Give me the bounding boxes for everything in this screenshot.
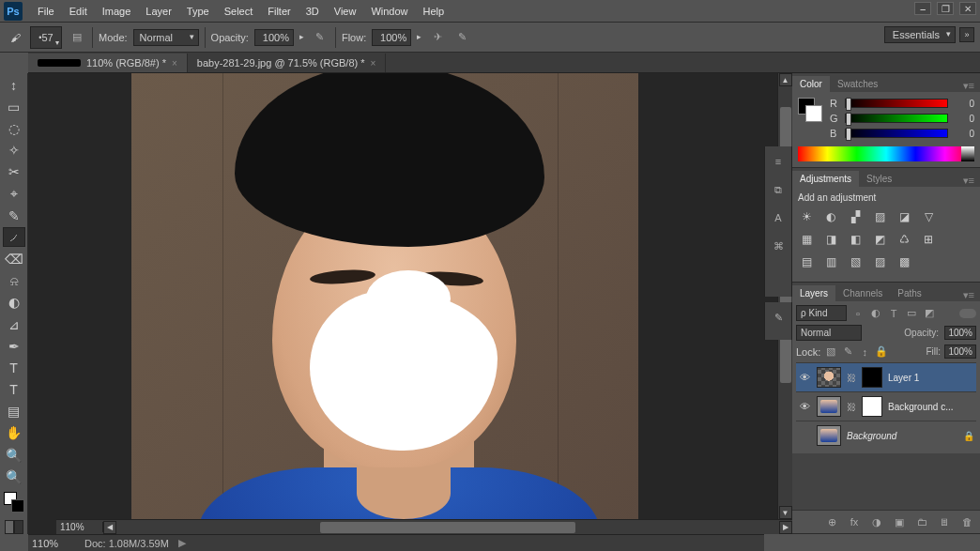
crop-tool[interactable]: ✂ [3, 162, 25, 182]
gradientmap-icon[interactable]: ▧ [847, 253, 864, 270]
new-layer-icon[interactable]: 🗏 [937, 514, 952, 529]
visibility-icon[interactable]: 👁 [798, 401, 811, 412]
canvas-area[interactable]: ▲ ▼ 110% ◀ ▶ [28, 73, 792, 534]
menu-3d[interactable]: 3D [299, 6, 327, 17]
colorbalance-icon[interactable]: ▦ [798, 231, 815, 248]
menu-select[interactable]: Select [217, 6, 261, 17]
tab-layers[interactable]: Layers [792, 285, 835, 301]
lock-all-icon[interactable]: 🔒 [875, 345, 888, 359]
red-slider[interactable] [845, 99, 948, 108]
tab-channels[interactable]: Channels [835, 285, 890, 301]
tab-paths[interactable]: Paths [890, 285, 929, 301]
menu-window[interactable]: Window [363, 6, 415, 17]
blue-slider[interactable] [845, 129, 948, 138]
status-zoom[interactable]: 110% [32, 538, 75, 549]
filter-smart-icon[interactable]: ◩ [922, 306, 937, 321]
lock-transparency-icon[interactable]: ▧ [824, 345, 837, 359]
pressure-size-icon[interactable]: ✎ [452, 28, 471, 47]
tab-adjustments[interactable]: Adjustments [792, 171, 859, 187]
pressure-opacity-icon[interactable]: ✎ [311, 28, 329, 47]
history-brush-tool[interactable]: ⍾ [3, 271, 25, 291]
tab-close-icon[interactable]: × [172, 58, 177, 69]
mask-icon[interactable]: ◑ [869, 514, 884, 529]
filter-shape-icon[interactable]: ▭ [904, 306, 919, 321]
curves-icon[interactable]: ▞ [847, 208, 864, 225]
hand-tool[interactable]: 🔍 [3, 445, 25, 465]
scroll-right-icon[interactable]: ▶ [779, 521, 792, 534]
blend-mode-select[interactable]: Normal [796, 325, 862, 341]
blend-mode-select[interactable]: Normal [133, 29, 199, 46]
shape-tool[interactable]: ✋ [3, 423, 25, 443]
layer-row[interactable]: 👁 ⛓ Background c... [796, 391, 976, 421]
layer-thumbnail[interactable] [817, 396, 841, 417]
colorlookup-icon[interactable]: ♺ [896, 231, 912, 248]
panel-menu-icon[interactable]: ▾≡ [957, 80, 980, 92]
document-tab[interactable]: baby-281-29.jpg @ 71.5% (RGB/8) * × [188, 54, 387, 72]
maximize-button[interactable]: ❐ [937, 2, 954, 15]
tool-preset-icon[interactable]: 🖌 [6, 28, 24, 47]
delete-layer-icon[interactable]: 🗑 [959, 514, 974, 529]
lock-pixels-icon[interactable]: ✎ [841, 345, 854, 359]
layer-thumbnail[interactable] [817, 425, 841, 446]
scroll-up-icon[interactable]: ▲ [779, 73, 792, 86]
invert-icon[interactable]: ⊞ [920, 231, 937, 248]
exposure-icon[interactable]: ▨ [871, 208, 888, 225]
link-icon[interactable]: ⛓ [847, 402, 856, 412]
bw-icon[interactable]: ◨ [822, 231, 839, 248]
green-value[interactable]: 0 [954, 114, 974, 124]
dodge-tool[interactable]: ✒ [3, 336, 25, 356]
selectivecolor-icon[interactable]: ▨ [871, 253, 888, 270]
lock-position-icon[interactable]: ↕ [858, 345, 871, 359]
history-icon[interactable]: ≡ [769, 152, 788, 171]
horizontal-scrollbar[interactable]: 110% ◀ ▶ [56, 519, 792, 534]
photofilter-icon[interactable]: ◧ [847, 231, 864, 248]
group-icon[interactable]: 🗀 [914, 514, 929, 529]
scroll-thumb[interactable] [320, 522, 574, 533]
posterize-icon[interactable]: ▤ [798, 253, 815, 270]
menu-layer[interactable]: Layer [138, 6, 179, 17]
type-tool[interactable]: T [3, 379, 25, 399]
layer-row[interactable]: 👁 ⛓ Layer 1 [796, 362, 976, 391]
tab-swatches[interactable]: Swatches [830, 76, 885, 92]
filter-toggle[interactable] [959, 309, 976, 318]
vibrance-icon[interactable]: ◪ [896, 208, 912, 225]
actions-icon[interactable]: ⧉ [769, 180, 788, 199]
menu-image[interactable]: Image [95, 6, 139, 17]
menu-edit[interactable]: Edit [62, 6, 95, 17]
opacity-field[interactable]: 100% [254, 29, 294, 46]
menu-file[interactable]: File [30, 6, 62, 17]
healing-tool[interactable]: ✎ [3, 206, 25, 225]
layer-name[interactable]: Background c... [888, 402, 974, 412]
layer-mask-thumbnail[interactable] [862, 396, 882, 417]
gradient-tool[interactable]: ⊿ [3, 314, 25, 334]
workspace-select[interactable]: Essentials [884, 26, 956, 43]
layer-thumbnail[interactable] [817, 367, 841, 388]
fx-icon[interactable]: fx [847, 514, 862, 529]
layer-name[interactable]: Background [847, 431, 957, 441]
fill-field[interactable]: 100% [944, 344, 976, 359]
layer-name[interactable]: Layer 1 [888, 373, 974, 383]
marquee-tool[interactable]: ▭ [3, 97, 25, 116]
tab-color[interactable]: Color [792, 76, 830, 92]
document-canvas[interactable] [131, 73, 638, 528]
workspace-nav-icon[interactable]: » [959, 27, 974, 42]
layer-opacity-field[interactable]: 100% [944, 326, 976, 340]
filter-pixel-icon[interactable]: ▫ [850, 306, 865, 321]
pen-tool[interactable]: T [3, 358, 25, 377]
adjustment-layer-icon[interactable]: ▣ [892, 514, 907, 529]
properties-icon[interactable]: ✎ [769, 308, 788, 327]
link-layers-icon[interactable]: ⊕ [824, 514, 839, 529]
scroll-down-icon[interactable]: ▼ [779, 506, 792, 519]
zoom-tool[interactable]: 🔍 [3, 467, 25, 486]
visibility-icon[interactable]: 👁 [798, 372, 811, 383]
document-tab[interactable]: 110% (RGB/8#) * × [28, 54, 188, 72]
layer-row[interactable]: Background 🔒 [796, 421, 976, 450]
close-button[interactable]: ✕ [959, 2, 976, 15]
panel-menu-icon[interactable]: ▾≡ [957, 175, 980, 187]
menu-help[interactable]: Help [416, 6, 452, 17]
airbrush-icon[interactable]: ✈ [428, 28, 447, 47]
more-icon[interactable]: ▩ [896, 253, 912, 270]
tab-close-icon[interactable]: × [371, 58, 376, 69]
quickmask-toggle[interactable] [5, 520, 23, 534]
brightness-icon[interactable]: ☀ [798, 208, 815, 225]
